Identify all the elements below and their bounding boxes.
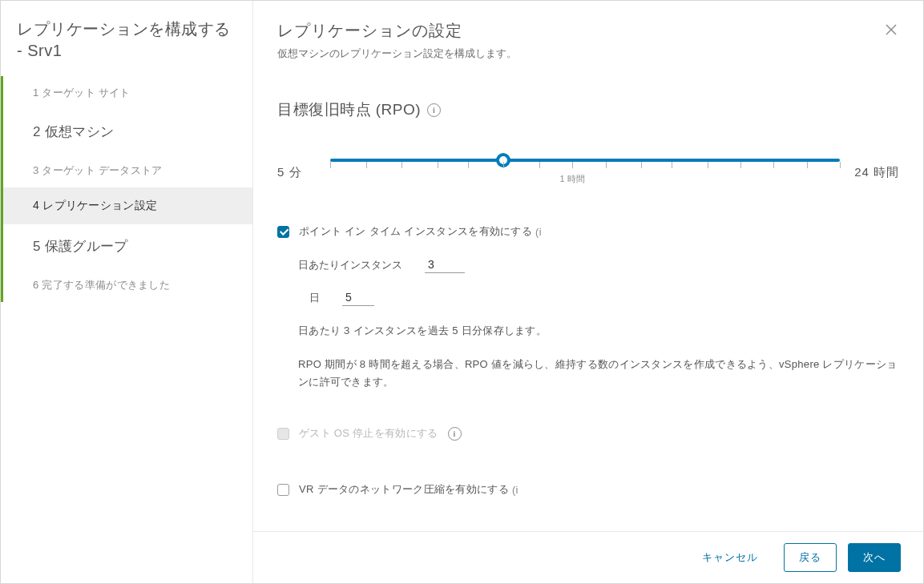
- close-icon: [885, 23, 898, 36]
- rpo-max-label: 24 時間: [854, 165, 899, 180]
- rpo-mid-label: 1 時間: [560, 173, 585, 185]
- guest-quiesce-checkbox: [277, 428, 289, 440]
- page-title: レプリケーションの設定: [277, 20, 899, 42]
- pit-note: RPO 期間が 8 時間を超える場合、RPO 値を減らし、維持する数のインスタン…: [298, 356, 899, 391]
- slider-labels: 1 時間: [330, 173, 840, 186]
- pit-label: ポイント イン タイム インスタンスを有効にする: [299, 224, 532, 239]
- pit-summary: 日あたり 3 インスタンスを過去 5 日分保存します。: [298, 322, 899, 340]
- info-icon[interactable]: i: [448, 427, 462, 441]
- step-list: 1 ターゲット サイト 2 仮想マシン 3 ターゲット データストア 4 レプリ…: [1, 76, 252, 302]
- wizard-content: レプリケーションの設定 仮想マシンのレプリケーション設定を構成します。 目標復旧…: [253, 1, 923, 583]
- step-virtual-machine[interactable]: 2 仮想マシン: [1, 110, 252, 154]
- wizard-footer: キャンセル 戻る 次へ: [253, 531, 923, 583]
- step-replication-settings[interactable]: 4 レプリケーション設定: [1, 187, 252, 224]
- rpo-heading-text: 目標復旧時点 (RPO): [277, 99, 421, 120]
- guest-quiesce-row: ゲスト OS 停止を有効にする i: [277, 426, 899, 441]
- rpo-heading: 目標復旧時点 (RPO) i: [277, 99, 899, 120]
- step-target-datastore[interactable]: 3 ターゲット データストア: [1, 154, 252, 187]
- slider-ticks: [330, 162, 840, 170]
- rpo-min-label: 5 分: [277, 165, 316, 180]
- pit-info[interactable]: (i: [535, 226, 542, 238]
- step-protection-group[interactable]: 5 保護グループ: [1, 224, 252, 268]
- step-ready-complete[interactable]: 6 完了する準備ができました: [1, 268, 252, 302]
- pit-checkbox[interactable]: [277, 226, 289, 238]
- pit-row: ポイント イン タイム インスタンスを有効にする (i: [277, 224, 899, 239]
- vr-compress-checkbox[interactable]: [277, 484, 289, 496]
- vr-compress-label: VR データのネットワーク圧縮を有効にする: [299, 482, 509, 497]
- close-button[interactable]: [885, 23, 899, 38]
- days-label: 日: [309, 291, 320, 305]
- vr-compress-row: VR データのネットワーク圧縮を有効にする (i: [277, 482, 899, 497]
- rpo-slider-row: 5 分 1 時間: [277, 159, 899, 186]
- guest-quiesce-label: ゲスト OS 停止を有効にする: [299, 426, 438, 441]
- vr-compress-info[interactable]: (i: [512, 484, 518, 496]
- instances-per-day-row: 日あたりインスタンス: [298, 256, 899, 273]
- content-body: レプリケーションの設定 仮想マシンのレプリケーション設定を構成します。 目標復旧…: [253, 1, 923, 531]
- days-input[interactable]: [342, 289, 374, 306]
- step-active-indicator: [1, 76, 3, 302]
- days-row: 日: [309, 289, 899, 306]
- instances-per-day-label: 日あたりインスタンス: [298, 258, 402, 272]
- wizard-title: レプリケーションを構成する - Srv1: [1, 18, 252, 76]
- page-subtitle: 仮想マシンのレプリケーション設定を構成します。: [277, 46, 899, 61]
- info-icon[interactable]: i: [427, 103, 441, 117]
- instances-per-day-input[interactable]: [425, 256, 465, 273]
- rpo-slider[interactable]: 1 時間: [330, 159, 840, 186]
- cancel-button[interactable]: キャンセル: [688, 544, 773, 571]
- back-button[interactable]: 戻る: [784, 543, 837, 572]
- pit-settings: 日あたりインスタンス 日 日あたり 3 インスタンスを過去 5 日分保存します。…: [298, 256, 899, 391]
- wizard-dialog: レプリケーションを構成する - Srv1 1 ターゲット サイト 2 仮想マシン…: [0, 0, 924, 584]
- wizard-sidebar: レプリケーションを構成する - Srv1 1 ターゲット サイト 2 仮想マシン…: [1, 1, 253, 583]
- step-target-site[interactable]: 1 ターゲット サイト: [1, 76, 252, 110]
- next-button[interactable]: 次へ: [848, 543, 901, 572]
